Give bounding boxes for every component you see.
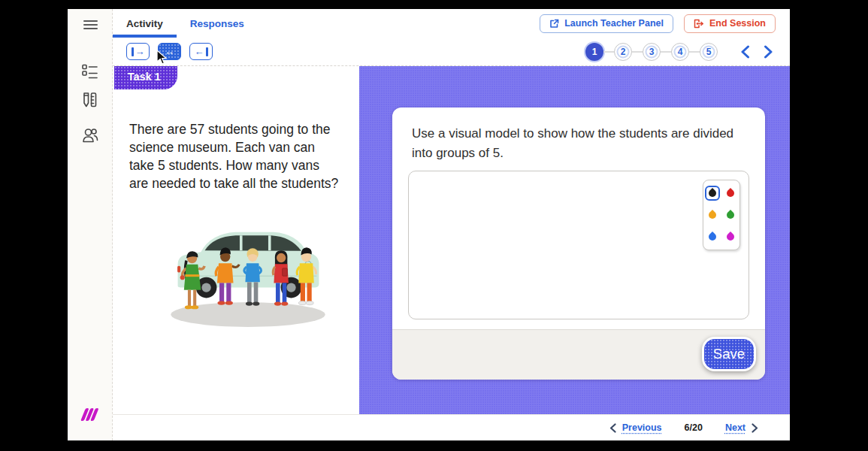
tab-responses-label: Responses — [190, 18, 244, 29]
layout-expand-left-button[interactable]: ← — [189, 43, 213, 60]
save-button[interactable]: Save — [702, 337, 756, 371]
problem-text: There are 57 students going to the scien… — [129, 120, 341, 193]
problem-panel: Task 1 There are 57 students going to th… — [113, 66, 359, 414]
drop-icon — [725, 210, 736, 220]
color-swatch-amber[interactable] — [705, 207, 720, 222]
main-area: Activity Responses Launch Teacher Panel — [113, 9, 790, 440]
pagination-connector — [603, 51, 614, 53]
pagination-connector — [689, 51, 700, 53]
chevron-right-icon — [752, 423, 758, 433]
arrow-right-icon: → — [135, 46, 145, 57]
pagination-connector — [661, 51, 671, 53]
screen: Activity Responses Launch Teacher Panel — [0, 0, 868, 451]
drawing-canvas[interactable] — [408, 171, 749, 319]
bottom-nav-bar: Previous 6/20 Next — [113, 414, 790, 440]
layout-expand-right-button[interactable]: → — [126, 43, 150, 60]
page-dot-3[interactable]: 3 — [643, 43, 661, 61]
drop-icon — [725, 232, 736, 242]
arrow-left-icon: ← — [195, 46, 204, 57]
chevron-left-icon — [740, 45, 750, 59]
drop-icon — [707, 210, 718, 220]
next-link[interactable]: Next — [725, 422, 746, 433]
tab-activity-label: Activity — [126, 18, 163, 29]
color-swatch-red[interactable] — [723, 186, 738, 201]
color-swatch-blue[interactable] — [705, 229, 720, 244]
pagination-next-button[interactable] — [764, 45, 773, 59]
slide-progress: 6/20 — [685, 422, 703, 433]
external-link-icon — [549, 19, 559, 29]
tab-responses[interactable]: Responses — [177, 9, 258, 38]
arrow-both-icon: ↔ — [165, 46, 174, 57]
task-banner: Task 1 — [114, 66, 177, 89]
sidebar — [68, 9, 113, 440]
tab-activity[interactable]: Activity — [113, 9, 177, 38]
pagination-prev-button[interactable] — [740, 45, 750, 59]
top-bar: Activity Responses Launch Teacher Panel — [113, 9, 790, 38]
end-session-label: End Session — [709, 18, 766, 29]
people-icon[interactable] — [82, 127, 100, 145]
end-session-button[interactable]: End Session — [684, 14, 776, 33]
exit-door-icon — [694, 19, 704, 29]
page-dot-5[interactable]: 5 — [700, 43, 718, 61]
card-footer: Save — [392, 329, 765, 380]
drop-icon — [707, 232, 718, 242]
color-swatch-magenta[interactable] — [723, 229, 738, 244]
screen-pagination: 1 2 3 4 5 — [585, 43, 718, 61]
app-window: Activity Responses Launch Teacher Panel — [68, 9, 790, 440]
color-swatch-green[interactable] — [723, 207, 738, 222]
page-dot-2[interactable]: 2 — [614, 43, 632, 61]
panel-bar-icon — [132, 47, 134, 56]
launch-teacher-panel-button[interactable]: Launch Teacher Panel — [540, 14, 673, 33]
pagination-connector — [632, 51, 643, 53]
response-card: Use a visual model to show how the stude… — [392, 107, 765, 380]
brand-logo — [78, 404, 105, 428]
drop-icon — [707, 188, 718, 198]
drop-icon — [725, 188, 736, 198]
prompt-text: Use a visual model to show how the stude… — [392, 107, 765, 164]
color-palette — [703, 180, 740, 250]
toolbar: → ↔ ← 1 2 3 4 5 — [113, 38, 790, 66]
task-label: Task 1 — [128, 71, 161, 83]
color-swatch-black[interactable] — [705, 186, 720, 201]
launch-teacher-panel-label: Launch Teacher Panel — [564, 18, 664, 29]
menu-icon[interactable] — [83, 18, 98, 32]
content-area: Task 1 There are 57 students going to th… — [113, 66, 790, 414]
chevron-right-icon — [764, 45, 773, 59]
panel-bar-icon — [206, 47, 208, 56]
students-van-illustration — [167, 213, 329, 332]
task-list-icon[interactable] — [82, 64, 100, 82]
page-dot-1[interactable]: 1 — [585, 43, 603, 61]
page-dot-4[interactable]: 4 — [671, 43, 689, 61]
response-panel: Use a visual model to show how the stude… — [359, 66, 790, 414]
layout-split-button[interactable]: ↔ — [158, 43, 181, 60]
tools-pencil-ruler-icon[interactable] — [82, 92, 100, 110]
previous-link[interactable]: Previous — [622, 422, 662, 433]
chevron-left-icon — [609, 423, 616, 433]
